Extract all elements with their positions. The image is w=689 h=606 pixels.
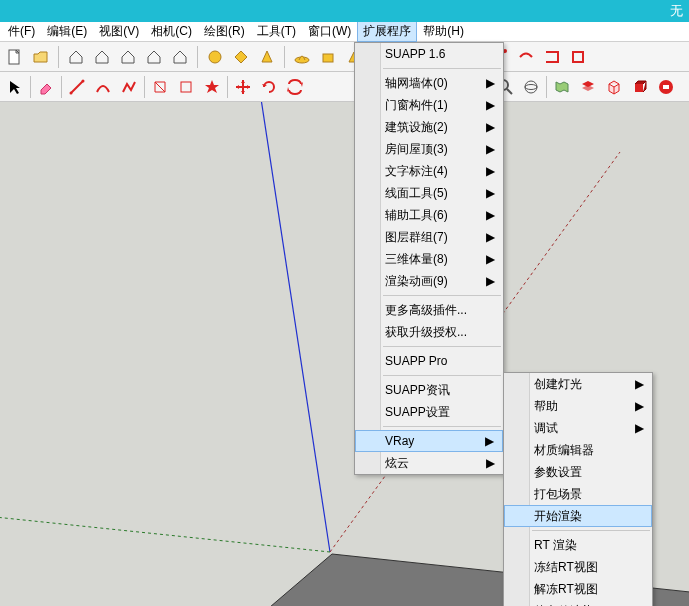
cube-red-icon[interactable] [629,76,651,98]
menu-tools[interactable]: 工具(T) [251,21,302,42]
vray-param-settings[interactable]: 参数设置 [504,461,652,483]
chevron-right-icon: ▶ [635,377,644,391]
stop-red-icon[interactable] [655,76,677,98]
hat-yellow-icon[interactable] [291,46,313,68]
svg-line-25 [0,517,330,552]
cycle-red-icon[interactable] [284,76,306,98]
menu-text-annotation[interactable]: 文字标注(4)▶ [355,160,503,182]
chevron-right-icon: ▶ [486,456,495,470]
svg-line-12 [71,81,83,93]
open-file-icon[interactable] [30,46,52,68]
menu-help[interactable]: 帮助(H) [417,21,470,42]
lines-red-icon[interactable] [118,76,140,98]
vray-help[interactable]: 帮助▶ [504,395,652,417]
chevron-right-icon: ▶ [486,208,495,222]
menu-suapp-pro[interactable]: SUAPP Pro [355,350,503,372]
menu-view[interactable]: 视图(V) [93,21,145,42]
eraser-icon[interactable] [35,76,57,98]
move-red-icon[interactable] [232,76,254,98]
menu-camera[interactable]: 相机(C) [145,21,198,42]
chevron-right-icon: ▶ [486,76,495,90]
house2-icon[interactable] [91,46,113,68]
menu-aux-tools[interactable]: 辅助工具(6)▶ [355,204,503,226]
svg-point-19 [525,84,537,89]
chevron-right-icon: ▶ [486,142,495,156]
shape2-red-icon[interactable] [175,76,197,98]
chevron-right-icon: ▶ [486,98,495,112]
chevron-right-icon: ▶ [635,399,644,413]
menu-vray[interactable]: VRay▶ [355,430,503,452]
title-bar: 无 [0,0,689,22]
menu-room-roof[interactable]: 房间屋顶(3)▶ [355,138,503,160]
pointer-icon[interactable] [4,76,26,98]
menu-render-anim[interactable]: 渲染动画(9)▶ [355,270,503,292]
vray-unfreeze-rt[interactable]: 解冻RT视图 [504,578,652,600]
vray-debug[interactable]: 调试▶ [504,417,652,439]
menu-edit[interactable]: 编辑(E) [41,21,93,42]
chevron-right-icon: ▶ [635,421,644,435]
vray-submenu: 创建灯光▶ 帮助▶ 调试▶ 材质编辑器 参数设置 打包场景 开始渲染 RT 渲染… [503,372,653,606]
cone-yellow-icon[interactable] [256,46,278,68]
tool-red2-icon[interactable] [515,46,537,68]
svg-line-17 [507,89,512,94]
menu-3d-mass[interactable]: 三维体量(8)▶ [355,248,503,270]
box-3d-icon[interactable] [603,76,625,98]
menu-axis-wall[interactable]: 轴网墙体(0)▶ [355,72,503,94]
svg-rect-11 [573,52,583,62]
menu-more-plugins[interactable]: 更多高级插件... [355,299,503,321]
svg-rect-3 [323,54,333,62]
svg-rect-20 [635,84,643,92]
menu-layer-group[interactable]: 图层群组(7)▶ [355,226,503,248]
map-icon[interactable] [551,76,573,98]
chevron-right-icon: ▶ [486,120,495,134]
chevron-right-icon: ▶ [486,274,495,288]
tool-red3-icon[interactable] [541,46,563,68]
house5-icon[interactable] [169,46,191,68]
title-text: 无 [670,2,683,20]
arc-red-icon[interactable] [92,76,114,98]
svg-point-14 [82,79,85,82]
star-red-icon[interactable] [201,76,223,98]
house4-icon[interactable] [143,46,165,68]
vray-start-render[interactable]: 开始渲染 [504,505,652,527]
menu-bar: 件(F) 编辑(E) 视图(V) 相机(C) 绘图(R) 工具(T) 窗口(W)… [0,22,689,42]
chevron-right-icon: ▶ [486,186,495,200]
vray-create-light[interactable]: 创建灯光▶ [504,373,652,395]
toolbar-1 [0,42,689,72]
menu-line-face-tools[interactable]: 线面工具(5)▶ [355,182,503,204]
menu-building-facility[interactable]: 建筑设施(2)▶ [355,116,503,138]
chevron-right-icon: ▶ [485,434,494,448]
box-yellow-icon[interactable] [317,46,339,68]
vray-freeze-rt[interactable]: 冻结RT视图 [504,556,652,578]
tool-red4-icon[interactable] [567,46,589,68]
svg-rect-15 [181,82,191,92]
line-red-icon[interactable] [66,76,88,98]
sphere-yellow-icon[interactable] [204,46,226,68]
menu-suapp16[interactable]: SUAPP 1.6 [355,43,503,65]
vray-material-editor[interactable]: 材质编辑器 [504,439,652,461]
menu-xuanyun[interactable]: 炫云▶ [355,452,503,474]
diamond-yellow-icon[interactable] [230,46,252,68]
menu-get-upgrade[interactable]: 获取升级授权... [355,321,503,343]
orbit-icon[interactable] [520,76,542,98]
menu-window[interactable]: 窗口(W) [302,21,357,42]
vray-pack-scene[interactable]: 打包场景 [504,483,652,505]
vray-render-from-file[interactable]: 从文件渲染 [504,600,652,606]
vray-rt-render[interactable]: RT 渲染 [504,534,652,556]
house1-icon[interactable] [65,46,87,68]
menu-draw[interactable]: 绘图(R) [198,21,251,42]
menu-file[interactable]: 件(F) [2,21,41,42]
rotate-red-icon[interactable] [258,76,280,98]
menu-door-window[interactable]: 门窗构件(1)▶ [355,94,503,116]
svg-line-23 [260,102,330,552]
chevron-right-icon: ▶ [486,164,495,178]
new-file-icon[interactable] [4,46,26,68]
svg-point-18 [525,81,537,93]
menu-suapp-news[interactable]: SUAPP资讯 [355,379,503,401]
shape1-red-icon[interactable] [149,76,171,98]
svg-rect-22 [663,85,669,89]
house3-icon[interactable] [117,46,139,68]
layers-red-icon[interactable] [577,76,599,98]
menu-suapp-settings[interactable]: SUAPP设置 [355,401,503,423]
menu-extensions[interactable]: 扩展程序 [357,21,417,42]
